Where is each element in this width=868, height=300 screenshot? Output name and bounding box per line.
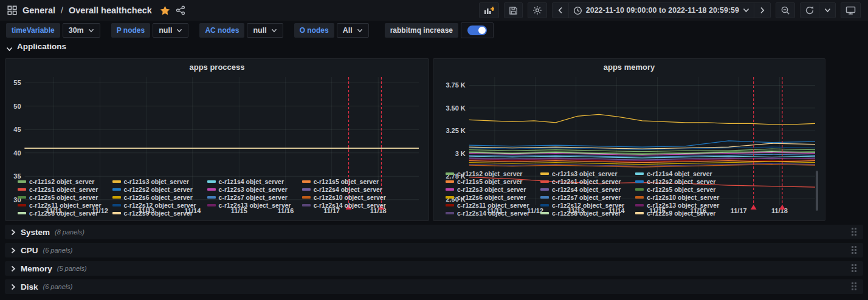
legend-item[interactable]: c-r1z1s4 objet_server [207, 178, 291, 185]
legend-item[interactable]: c-r1z2s7 object_server [207, 194, 291, 201]
refresh-interval-dropdown[interactable] [819, 2, 836, 18]
favorite-star-icon[interactable] [160, 5, 170, 16]
variable-value-ac-nodes[interactable]: null [247, 23, 283, 38]
share-icon[interactable] [176, 5, 185, 15]
legend-label: c-r1z2s8 object_server [29, 210, 98, 217]
cycle-view-mode-button[interactable] [841, 2, 861, 18]
row-header-memory[interactable]: Memory (5 panels) [5, 261, 863, 276]
legend-item[interactable]: c-r1z1s3 objet_server [112, 178, 196, 185]
row-header-disk[interactable]: Disk (6 panels) [5, 279, 863, 294]
chevron-down-icon [6, 47, 13, 52]
row-drag-handle[interactable] [852, 264, 857, 273]
legend-label: c-r1z2s7 object_server [552, 194, 621, 201]
time-shift-back-button[interactable] [552, 2, 569, 18]
series-line [469, 114, 815, 124]
legend-scrollbar[interactable] [816, 171, 818, 211]
legend-item[interactable]: c-r1z2s4 object_server [540, 186, 624, 193]
legend-label: c-r1z2s12 object_server [552, 202, 624, 209]
legend-item[interactable]: c-r1z2s12 object_server [112, 202, 196, 209]
top-nav: General / Overall healthcheck [0, 0, 868, 21]
legend-label: c-r1z1s2 objet_server [29, 178, 94, 185]
legend-label: c-r1z2s3 object_server [219, 186, 288, 193]
legend-item[interactable]: c-r1z2s9 object_server [635, 210, 719, 217]
legend-swatch [302, 188, 311, 191]
panel-title-apps-proccess[interactable]: apps proccess [10, 62, 424, 73]
dashboards-grid-icon[interactable] [7, 5, 17, 15]
row-drag-handle[interactable] [852, 282, 857, 291]
time-shift-forward-button[interactable] [754, 2, 771, 18]
row-header-cpu[interactable]: CPU (6 panels) [5, 243, 863, 257]
variable-value-timevariable[interactable]: 30m [63, 23, 100, 38]
legend-item[interactable]: c-r1z2s7 object_server [540, 194, 624, 201]
time-range-button[interactable]: 2022-11-10 09:00:00 to 2022-11-18 20:59:… [568, 2, 754, 18]
row-header-applications[interactable]: Applications [6, 42, 863, 56]
legend-swatch [18, 180, 26, 183]
legend-item[interactable]: c-r1z2s8 object_server [540, 210, 624, 217]
legend-item[interactable]: c-r1z2s10 object_server [635, 194, 719, 201]
monitor-icon [846, 5, 856, 15]
legend-label: c-r1z2s1 object_server [29, 186, 98, 193]
legend-item[interactable]: c-r1z2s10 object_server [302, 194, 386, 201]
breadcrumb-title[interactable]: Overall healthcheck [69, 5, 152, 15]
row-drag-handle[interactable] [852, 246, 857, 254]
legend-swatch [635, 196, 644, 199]
rabbitmq-increase-toggle[interactable] [461, 22, 494, 38]
panel-title-apps-memory[interactable]: apps memory [438, 62, 820, 73]
legend-item[interactable]: c-r1z2s8 object_server [18, 210, 102, 217]
legend-label: c-r1z2s13 object_server [647, 202, 719, 209]
legend-item[interactable]: c-r1z1s5 objet_server [446, 178, 529, 185]
legend-item[interactable]: c-r1z1s2 objet_server [18, 178, 102, 185]
legend-item[interactable]: c-r1z2s2 object_server [635, 178, 719, 185]
legend-item[interactable]: c-r1z2s13 object_server [207, 202, 291, 209]
legend-item[interactable]: c-r1z2s3 object_server [207, 186, 291, 193]
breadcrumb-section[interactable]: General [22, 5, 55, 15]
legend-item[interactable]: c-r1z1s4 objet_server [635, 170, 719, 177]
legend-swatch [635, 180, 644, 183]
legend-swatch [18, 204, 26, 206]
dashboard-settings-button[interactable] [528, 2, 547, 18]
chevron-right-icon [11, 247, 16, 254]
legend-swatch [302, 204, 311, 206]
legend-item[interactable]: c-r1z2s2 object_server [112, 186, 196, 193]
legend-item[interactable]: c-r1z2s14 object_server [446, 210, 529, 217]
legend-item[interactable]: c-r1z1s2 objet_server [446, 170, 529, 177]
legend-item[interactable]: c-r1z2s1 object_server [18, 186, 102, 193]
legend-label: c-r1z1s3 objet_server [552, 170, 617, 177]
legend-item[interactable]: c-r1z1s3 objet_server [540, 170, 624, 177]
chevron-right-icon [759, 7, 765, 14]
zoom-out-time-button[interactable] [776, 2, 795, 18]
legend-item[interactable]: c-r1z2s11 object_server [18, 202, 102, 209]
legend-item[interactable]: c-r1z2s14 object_server [302, 202, 386, 209]
legend-item[interactable]: c-r1z2s5 object_server [635, 186, 719, 193]
variable-value-o-nodes[interactable]: All [337, 23, 369, 38]
svg-text:50: 50 [13, 103, 21, 110]
variable-value-p-nodes[interactable]: null [153, 23, 188, 38]
legend-item[interactable]: c-r1z2s12 object_server [540, 202, 624, 209]
legend-item[interactable]: c-r1z1s5 objet_server [302, 178, 386, 185]
chevron-right-icon [11, 229, 16, 236]
variable-label-ac-nodes: AC nodes [199, 23, 244, 38]
legend-swatch [540, 172, 549, 175]
legend-swatch [18, 196, 26, 199]
variable-label-timevariable: timeVariable [6, 23, 60, 38]
legend-item[interactable]: c-r1z2s6 object_server [112, 194, 196, 201]
legend-swatch [18, 212, 26, 214]
legend-item[interactable]: c-r1z2s1 object_server [540, 178, 624, 185]
legend-label: c-r1z2s14 object_server [457, 210, 529, 217]
legend-label: c-r1z2s6 object_server [457, 194, 526, 201]
row-drag-handle[interactable] [852, 228, 857, 236]
legend-item[interactable]: c-r1z2s6 object_server [446, 194, 529, 201]
legend-swatch [446, 188, 454, 191]
refresh-button[interactable] [800, 2, 819, 18]
legend-item[interactable]: c-r1z2s9 object_server [112, 210, 196, 217]
row-header-system[interactable]: System (8 panels) [5, 225, 863, 239]
add-panel-button[interactable] [479, 2, 499, 18]
legend-item[interactable]: c-r1z2s11 object_server [446, 202, 529, 209]
legend-item[interactable]: c-r1z2s5 object_server [18, 194, 102, 201]
legend-item[interactable]: c-r1z2s3 object_server [446, 186, 529, 193]
legend-swatch [635, 188, 644, 191]
save-dashboard-button[interactable] [504, 2, 523, 18]
legend-item[interactable]: c-r1z2s13 object_server [635, 202, 719, 209]
legend-item[interactable]: c-r1z2s4 object_server [302, 186, 386, 193]
legend-label: c-r1z2s2 object_server [124, 186, 193, 193]
